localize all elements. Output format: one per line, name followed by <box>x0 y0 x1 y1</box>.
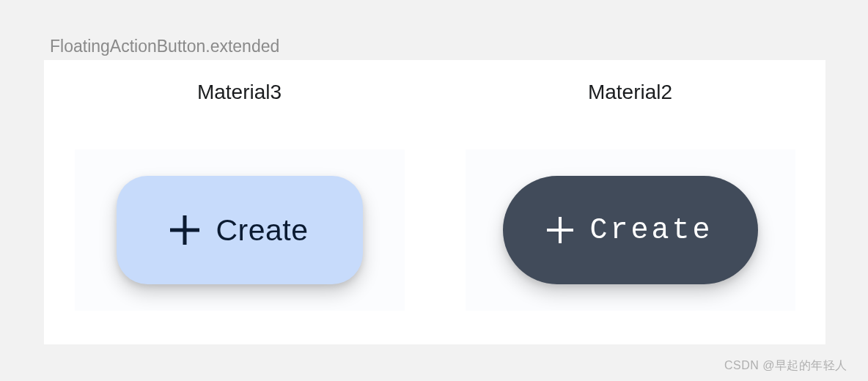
column-material2: Material2 Create <box>435 60 825 344</box>
demo-surface-m2: Create <box>466 149 795 311</box>
plus-icon <box>547 217 573 243</box>
fab-label-m2: Create <box>589 214 713 247</box>
fab-extended-m3[interactable]: Create <box>117 176 363 284</box>
watermark: CSDN @早起的年轻人 <box>724 358 847 374</box>
fab-extended-m2[interactable]: Create <box>503 176 758 284</box>
plus-icon <box>170 215 199 245</box>
demo-surface-m3: Create <box>75 149 405 311</box>
column-heading-m3: Material3 <box>197 81 282 104</box>
column-heading-m2: Material2 <box>588 81 672 104</box>
column-material3: Material3 Create <box>44 60 435 344</box>
example-card: Material3 Create Material2 Create <box>44 60 825 344</box>
fab-label-m3: Create <box>216 213 308 248</box>
page-title: FloatingActionButton.extended <box>50 37 279 56</box>
